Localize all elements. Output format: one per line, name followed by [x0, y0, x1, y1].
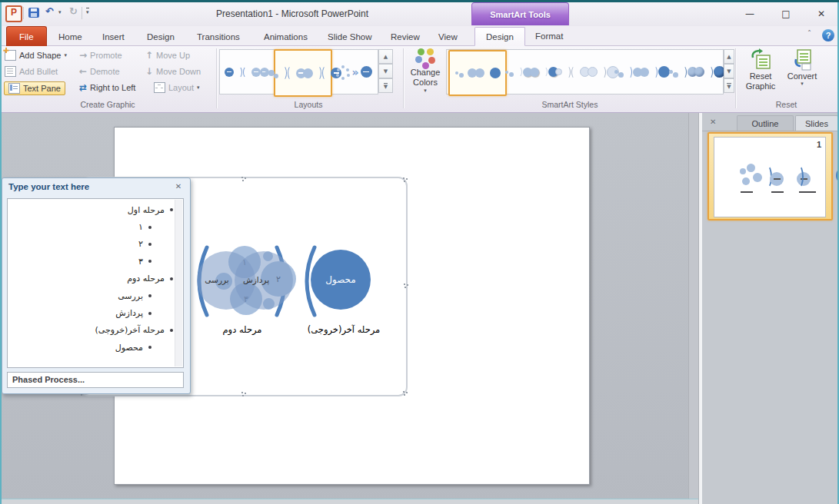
- style-option-4[interactable]: [616, 52, 668, 91]
- redo-icon[interactable]: ↻: [69, 5, 78, 18]
- group-label-create-graphic: Create Graphic: [0, 100, 215, 109]
- add-shape-icon: [5, 50, 16, 61]
- tab-smartart-design[interactable]: Design: [474, 27, 525, 46]
- close-button[interactable]: ✕: [808, 5, 834, 22]
- app-icon[interactable]: P: [5, 5, 22, 22]
- layouts-scroll-up[interactable]: ▲: [378, 49, 393, 64]
- tab-design[interactable]: Design: [137, 28, 185, 46]
- product-circle[interactable]: محصول: [311, 250, 371, 310]
- phase3-label: مرحله آخر(خروجی): [298, 324, 389, 335]
- text-pane-list[interactable]: مرحله اول ۱ ۲ ۳ مرحله دوم بررسی پردازش م…: [7, 198, 184, 368]
- text-pane-item[interactable]: بررسی: [8, 287, 183, 304]
- tab-slides[interactable]: Slides: [795, 115, 838, 131]
- minimize-button[interactable]: —: [737, 5, 763, 22]
- window-border-left: [0, 2, 2, 504]
- tab-transitions[interactable]: Transitions: [187, 28, 250, 46]
- styles-scroll-down[interactable]: ▼: [724, 64, 734, 78]
- right-to-left-button[interactable]: ⇄ Right to Left: [79, 82, 135, 93]
- save-icon[interactable]: [28, 8, 39, 18]
- help-button[interactable]: ?: [822, 29, 834, 41]
- undo-dropdown-icon[interactable]: ▾: [58, 9, 62, 15]
- text-pane-item[interactable]: مرحله اول: [8, 201, 183, 218]
- phase2-label: مرحله دوم: [208, 324, 277, 335]
- tab-file[interactable]: File: [6, 26, 47, 46]
- venn-right-label: پردازش: [236, 275, 276, 284]
- text-pane-item[interactable]: مرحله آخر(خروجی): [8, 322, 183, 339]
- text-pane-scrollbar[interactable]: [175, 200, 182, 366]
- slide-thumbnail-selected[interactable]: 1: [707, 132, 833, 220]
- styles-scroll-up[interactable]: ▲: [724, 49, 734, 64]
- text-pane-item[interactable]: ۱: [8, 218, 183, 235]
- layouts-scroll-down[interactable]: ▼: [378, 64, 393, 78]
- demote-button[interactable]: ← Demote: [79, 66, 120, 77]
- undo-icon[interactable]: ↶: [45, 5, 54, 18]
- move-down-button[interactable]: ↓ Move Down: [145, 66, 201, 77]
- tab-slide-show[interactable]: Slide Show: [318, 28, 382, 46]
- layout-button[interactable]: Layout ▾: [154, 82, 200, 93]
- promote-button[interactable]: → Promote: [79, 50, 122, 61]
- maximize-button[interactable]: □: [773, 5, 799, 22]
- tab-smartart-format[interactable]: Format: [524, 27, 574, 46]
- tab-view[interactable]: View: [428, 28, 468, 46]
- tab-review[interactable]: Review: [381, 28, 430, 46]
- text-pane-item[interactable]: ۲: [8, 236, 183, 253]
- panel-tab-row: ✕ Outline Slides: [702, 113, 839, 131]
- titlebar: P ↶ ▾ ↻ ▾ Presentation1 - Microsoft Powe…: [0, 2, 839, 26]
- reset-graphic-button[interactable]: Reset Graphic: [739, 48, 782, 91]
- change-colors-icon: [415, 48, 435, 68]
- qat-separator: [23, 7, 24, 19]
- org-chart-icon: [154, 82, 165, 93]
- layouts-more-button[interactable]: ▼: [378, 78, 393, 93]
- style-option-2[interactable]: [505, 52, 558, 91]
- bullet-icon: [170, 208, 173, 211]
- convert-icon: [791, 48, 813, 71]
- bullet-icon: [148, 243, 151, 246]
- chevrons-icon: »: [351, 66, 358, 78]
- layout-option-3[interactable]: »: [331, 52, 377, 91]
- bullet-icon: [148, 294, 151, 297]
- tab-insert[interactable]: Insert: [92, 28, 135, 46]
- add-bullet-button[interactable]: Add Bullet: [5, 66, 58, 77]
- move-down-icon: ↓: [145, 66, 153, 77]
- add-shape-button[interactable]: Add Shape ▾: [5, 50, 67, 61]
- text-pane-item[interactable]: محصول: [8, 339, 183, 356]
- text-pane-icon: [8, 83, 20, 94]
- horizontal-scrollbar[interactable]: [0, 499, 698, 504]
- group-separator: [403, 48, 405, 108]
- qat-customize-icon[interactable]: ▾: [86, 8, 89, 15]
- add-bullet-icon: [5, 66, 16, 77]
- window-title: Presentation1 - Microsoft PowerPoint: [177, 8, 408, 19]
- tab-outline[interactable]: Outline: [737, 115, 794, 131]
- tab-home[interactable]: Home: [48, 28, 92, 46]
- chevron-down-icon: ▾: [424, 88, 427, 94]
- layout-option-phased-process[interactable]: [274, 49, 332, 97]
- text-pane-item[interactable]: مرحله دوم: [8, 270, 183, 287]
- collapse-ribbon-icon[interactable]: ˆ: [807, 30, 811, 38]
- styles-more-button[interactable]: ▼: [724, 78, 734, 93]
- text-pane-close-icon[interactable]: ✕: [172, 181, 185, 192]
- vertical-scrollbar[interactable]: [688, 113, 698, 504]
- style-option-1[interactable]: [448, 50, 507, 96]
- move-up-button[interactable]: ↑ Move Up: [145, 50, 190, 61]
- text-pane-toggle-button[interactable]: Text Pane: [4, 81, 65, 95]
- group-separator: [216, 48, 218, 108]
- style-option-5[interactable]: [671, 52, 722, 91]
- slide-thumbnail[interactable]: 1: [714, 137, 826, 217]
- powerpoint-window: P ↶ ▾ ↻ ▾ Presentation1 - Microsoft Powe…: [0, 0, 839, 504]
- right-to-left-icon: ⇄: [79, 82, 87, 93]
- text-pane-item[interactable]: ۳: [8, 253, 183, 270]
- convert-button[interactable]: Convert ▾: [783, 48, 821, 87]
- panel-close-icon[interactable]: ✕: [710, 118, 716, 126]
- bullet-icon: [148, 226, 151, 229]
- text-pane-item[interactable]: پردازش: [8, 304, 183, 321]
- bullet-icon: [148, 346, 151, 349]
- tab-animations[interactable]: Animations: [254, 28, 318, 46]
- group-label-layouts: Layouts: [219, 100, 398, 109]
- bullet-icon: [148, 260, 151, 263]
- change-colors-button[interactable]: Change Colors ▾: [406, 48, 444, 97]
- qat-separator: [82, 7, 82, 19]
- ribbon-tab-row: File Home Insert Design Transitions Anim…: [0, 26, 839, 46]
- text-pane-title: Type your text here: [8, 182, 89, 191]
- slides-panel: ✕ Outline Slides 1: [702, 113, 839, 504]
- style-option-3[interactable]: [561, 52, 613, 91]
